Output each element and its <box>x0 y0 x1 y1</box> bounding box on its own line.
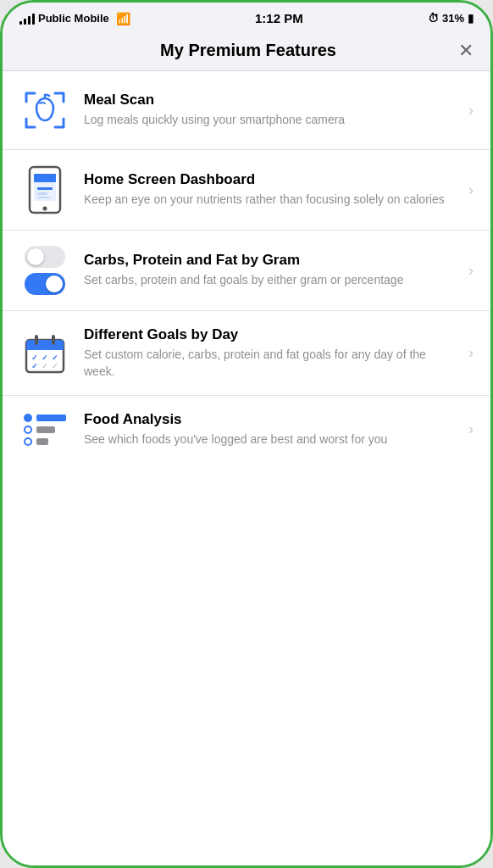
feature-content-goals: Different Goals by Day Set custom calori… <box>84 326 455 380</box>
close-button[interactable]: ✕ <box>458 42 474 60</box>
svg-text:✓: ✓ <box>31 362 38 370</box>
chevron-meal-scan: › <box>468 102 474 120</box>
calendar-icon: ✓ ✓ ✓ ✓ ✓ ✓ <box>19 331 70 376</box>
feature-desc-meal-scan: Log meals quickly using your smartphone … <box>84 112 455 129</box>
analysis-bar-2 <box>36 426 55 433</box>
chevron-dashboard: › <box>468 181 474 199</box>
status-bar: Public Mobile 📶 1:12 PM ⏱ 31% ▮ <box>3 3 490 31</box>
status-right: ⏱ 31% ▮ <box>428 12 474 25</box>
feature-title-goals: Different Goals by Day <box>84 326 455 343</box>
feature-item-dashboard[interactable]: Home Screen Dashboard Keep an eye on you… <box>3 150 490 231</box>
signal-bar-4 <box>32 14 35 25</box>
feature-item-food-analysis[interactable]: Food Analysis See which foods you've log… <box>3 396 490 464</box>
chevron-food-analysis: › <box>468 420 474 438</box>
analysis-dot-1 <box>24 414 32 422</box>
battery-icon: ▮ <box>468 12 474 25</box>
analysis-bar-1 <box>36 415 66 421</box>
svg-rect-11 <box>52 335 55 345</box>
feature-list: Meal Scan Log meals quickly using your s… <box>3 71 490 865</box>
feature-content-dashboard: Home Screen Dashboard Keep an eye on you… <box>84 171 455 209</box>
dashboard-icon <box>19 165 70 214</box>
svg-rect-10 <box>35 335 38 345</box>
feature-desc-macros: Set carbs, protein and fat goals by eith… <box>84 272 455 289</box>
header: My Premium Features ✕ <box>3 31 490 71</box>
svg-text:✓: ✓ <box>42 353 48 362</box>
status-time: 1:12 PM <box>255 11 303 25</box>
svg-rect-6 <box>37 197 50 198</box>
toggle-off-icon <box>25 246 65 268</box>
feature-title-meal-scan: Meal Scan <box>84 92 455 108</box>
svg-text:✓: ✓ <box>52 362 58 370</box>
feature-content-macros: Carbs, Protein and Fat by Gram Set carbs… <box>84 252 455 289</box>
feature-desc-dashboard: Keep an eye on your nutrients rather tha… <box>84 192 455 209</box>
status-left: Public Mobile 📶 <box>19 12 130 25</box>
battery-percent: 31% <box>442 12 464 25</box>
feature-content-food-analysis: Food Analysis See which foods you've log… <box>84 411 455 448</box>
page-title: My Premium Features <box>38 41 458 60</box>
svg-rect-4 <box>37 187 53 190</box>
feature-desc-goals: Set custom calorie, carbs, protein and f… <box>84 347 455 380</box>
signal-bar-2 <box>24 19 26 25</box>
feature-title-dashboard: Home Screen Dashboard <box>84 171 455 188</box>
chevron-macros: › <box>468 262 474 280</box>
toggle-on-icon <box>25 273 65 295</box>
carrier-name: Public Mobile <box>38 12 109 25</box>
feature-content-meal-scan: Meal Scan Log meals quickly using your s… <box>84 92 455 129</box>
analysis-bar-3 <box>36 438 48 445</box>
svg-point-3 <box>43 207 47 211</box>
signal-bars-icon <box>19 13 35 25</box>
signal-bar-3 <box>28 16 30 25</box>
svg-text:✓: ✓ <box>42 362 48 370</box>
svg-text:✓: ✓ <box>31 353 38 362</box>
phone-frame: Public Mobile 📶 1:12 PM ⏱ 31% ▮ My Premi… <box>0 0 493 868</box>
feature-title-macros: Carbs, Protein and Fat by Gram <box>84 252 455 269</box>
analysis-dot-3 <box>24 437 32 446</box>
svg-rect-2 <box>34 174 56 182</box>
feature-item-meal-scan[interactable]: Meal Scan Log meals quickly using your s… <box>3 71 490 150</box>
alarm-icon: ⏱ <box>428 12 439 25</box>
feature-item-macros[interactable]: Carbs, Protein and Fat by Gram Set carbs… <box>3 231 490 311</box>
feature-title-food-analysis: Food Analysis <box>84 411 455 428</box>
signal-bar-1 <box>19 21 22 25</box>
feature-item-goals[interactable]: ✓ ✓ ✓ ✓ ✓ ✓ Different Goals by Day Set c… <box>3 311 490 396</box>
chevron-goals: › <box>468 344 474 362</box>
svg-rect-5 <box>37 192 47 195</box>
food-analysis-icon <box>19 414 70 446</box>
meal-scan-icon <box>19 86 70 134</box>
wifi-icon: 📶 <box>116 12 130 25</box>
svg-rect-9 <box>26 345 64 350</box>
svg-text:✓: ✓ <box>52 353 58 362</box>
feature-desc-food-analysis: See which foods you've logged are best a… <box>84 431 455 448</box>
toggles-icon <box>19 246 70 295</box>
analysis-dot-2 <box>24 426 32 434</box>
